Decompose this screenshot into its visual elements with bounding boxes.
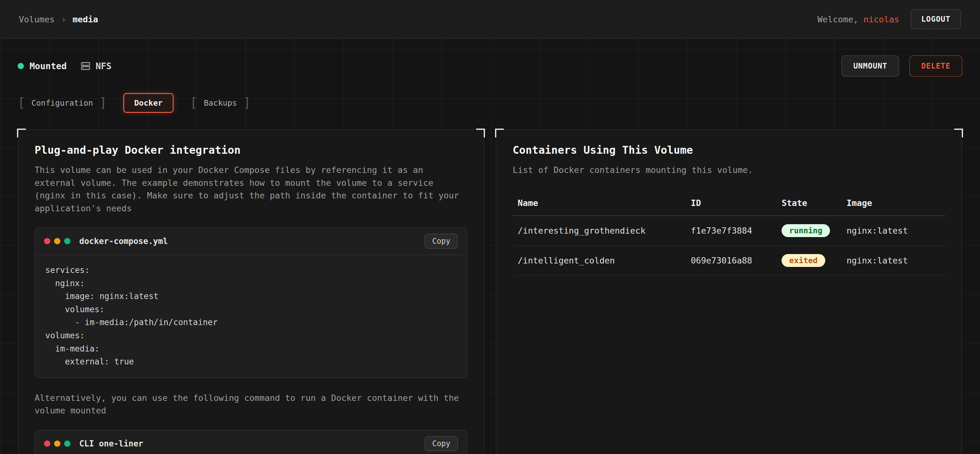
container-id: f1e73e7f3884 <box>686 216 776 246</box>
docker-panel-description: This volume can be used in your Docker C… <box>35 164 467 215</box>
column-header-image: Image <box>842 192 945 216</box>
compose-code-header: docker-compose.yml Copy <box>35 228 467 255</box>
column-header-id: ID <box>686 192 776 216</box>
container-id: 069e73016a88 <box>686 246 776 275</box>
breadcrumb-current-volume: media <box>73 14 98 24</box>
containers-panel: Containers Using This Volume List of Doc… <box>496 129 963 454</box>
top-bar: Volumes › media Welcome, nicolas LOGOUT <box>0 0 980 39</box>
filesystem-type: NFS <box>81 61 111 71</box>
table-row: /intelligent_colden 069e73016a88 exited … <box>513 246 945 275</box>
compose-filename: docker-compose.yml <box>79 237 168 246</box>
logout-button[interactable]: LOGOUT <box>910 9 961 29</box>
container-image: nginx:latest <box>842 246 945 275</box>
copy-cli-button[interactable]: Copy <box>425 436 458 451</box>
docker-panel-title: Plug-and-play Docker integration <box>35 144 467 156</box>
window-dot-green-icon <box>64 440 70 447</box>
chevron-right-icon: › <box>61 14 66 24</box>
container-state-cell: running <box>776 216 841 246</box>
mounted-status-dot <box>18 63 24 69</box>
fs-type-label: NFS <box>95 61 111 71</box>
welcome-prefix: Welcome, <box>818 14 858 24</box>
docker-integration-panel: Plug-and-play Docker integration This vo… <box>18 129 484 454</box>
window-dot-red-icon <box>44 440 50 447</box>
breadcrumb: Volumes › media <box>19 14 98 24</box>
tab-docker[interactable]: Docker <box>123 93 173 113</box>
window-dot-amber-icon <box>54 440 60 447</box>
volume-detail-page: Volumes › media Welcome, nicolas LOGOUT … <box>0 0 980 454</box>
cli-intro-text: Alternatively, you can use the following… <box>35 392 467 417</box>
status-row: Mounted NFS UNMOUNT DELETE <box>18 56 963 77</box>
containers-panel-subtitle: List of Docker containers mounting this … <box>513 164 945 177</box>
window-dots <box>44 238 70 244</box>
compose-code: services: nginx: image: nginx:latest vol… <box>45 264 457 368</box>
corner-bracket <box>495 129 504 137</box>
mount-status: Mounted <box>18 61 67 71</box>
window-dots <box>44 440 70 447</box>
window-dot-green-icon <box>64 238 70 244</box>
welcome-text: Welcome, nicolas <box>818 14 899 24</box>
copy-compose-button[interactable]: Copy <box>425 233 458 249</box>
unmount-button[interactable]: UNMOUNT <box>841 56 899 77</box>
column-header-name: Name <box>513 192 686 216</box>
container-state-cell: exited <box>776 246 841 275</box>
username: nicolas <box>864 14 899 24</box>
content-panels: Plug-and-play Docker integration This vo… <box>18 129 963 454</box>
container-image: nginx:latest <box>842 216 945 246</box>
breadcrumb-volumes-link[interactable]: Volumes <box>19 14 55 24</box>
cli-title: CLI one-liner <box>79 439 143 448</box>
top-bar-right: Welcome, nicolas LOGOUT <box>818 9 961 29</box>
column-header-state: State <box>776 192 841 216</box>
tab-backups[interactable]: Backups <box>190 94 251 113</box>
table-header-row: Name ID State Image <box>513 192 945 216</box>
table-row: /interesting_grothendieck f1e73e7f3884 r… <box>513 216 945 246</box>
nfs-server-icon <box>81 61 91 71</box>
corner-bracket <box>17 129 26 137</box>
mount-status-label: Mounted <box>30 61 67 71</box>
volume-actions: UNMOUNT DELETE <box>841 56 963 77</box>
compose-code-body: services: nginx: image: nginx:latest vol… <box>35 255 467 377</box>
cli-code-card: CLI one-liner Copy docker run -v im-medi… <box>35 430 467 454</box>
compose-code-card: docker-compose.yml Copy services: nginx:… <box>35 227 467 378</box>
corner-bracket <box>476 129 485 137</box>
status-badge-exited: exited <box>781 254 825 267</box>
containers-table: Name ID State Image /interesting_grothen… <box>513 192 945 276</box>
containers-panel-title: Containers Using This Volume <box>513 144 945 156</box>
tab-configuration[interactable]: Configuration <box>18 94 107 113</box>
container-name: /intelligent_colden <box>513 246 686 275</box>
corner-bracket <box>954 129 963 137</box>
container-name: /interesting_grothendieck <box>513 216 686 246</box>
tab-bar: Configuration Docker Backups <box>18 93 963 113</box>
status-left: Mounted NFS <box>18 61 111 71</box>
cli-code-header: CLI one-liner Copy <box>35 430 467 454</box>
delete-button[interactable]: DELETE <box>909 56 963 77</box>
status-badge-running: running <box>781 224 830 237</box>
window-dot-amber-icon <box>54 238 60 244</box>
window-dot-red-icon <box>44 238 50 244</box>
